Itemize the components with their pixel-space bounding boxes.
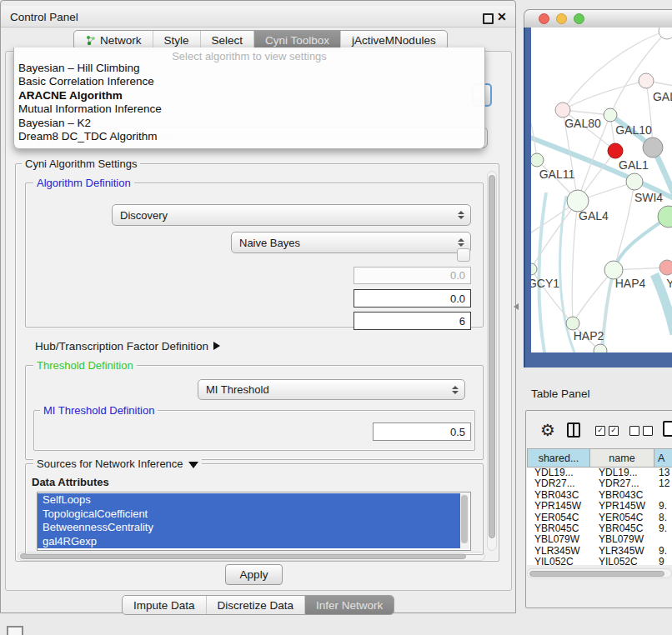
- table-row[interactable]: YLR345WYLR345W9.: [527, 546, 672, 557]
- network-node[interactable]: [643, 138, 663, 158]
- table-row[interactable]: YIL052CYIL052C9: [527, 557, 672, 565]
- mi-algorithm-type-combo[interactable]: Naive Bayes: [231, 232, 471, 253]
- network-node-gal[interactable]: [639, 73, 654, 88]
- dropdown-item[interactable]: Bayesian – Hill Climbing: [17, 62, 482, 75]
- scrollbar-thumb[interactable]: [529, 571, 664, 577]
- table-cell: [654, 534, 659, 545]
- deselect-all-checkboxes-icon[interactable]: [629, 426, 653, 436]
- restore-icon[interactable]: [483, 13, 494, 24]
- column-header-shared-name[interactable]: shared...: [527, 448, 590, 468]
- table-row[interactable]: YDR27...YDR27...12: [527, 478, 672, 489]
- network-node-hap2[interactable]: [566, 317, 579, 330]
- which-threshold-combo[interactable]: MI Threshold: [198, 379, 465, 400]
- tab-discretize-data[interactable]: Discretize Data: [206, 596, 305, 614]
- dropdown-item[interactable]: Dream8 DC_TDC Algorithm: [17, 130, 482, 143]
- settings-vertical-scrollbar[interactable]: [487, 171, 497, 551]
- attribute-list-item[interactable]: TopologicalCoefficient: [38, 508, 461, 522]
- dropdown-item[interactable]: Bayesian – K2: [17, 117, 482, 130]
- attributes-scrollbar[interactable]: [460, 493, 469, 549]
- network-node-gal11[interactable]: [531, 153, 544, 167]
- split-columns-icon[interactable]: [567, 422, 580, 438]
- node-label: GAL80: [564, 117, 601, 130]
- algorithm-dropdown-list: Bayesian – Hill ClimbingBasic Correlatio…: [17, 62, 482, 143]
- aracne-mode-combo[interactable]: Discovery: [112, 204, 471, 226]
- network-edge[interactable]: [563, 31, 667, 110]
- table-cell: YBR043C: [527, 490, 590, 501]
- sources-title-label: Sources for Network Inference: [37, 458, 183, 470]
- column-header-name[interactable]: name: [590, 448, 654, 468]
- tab-cyni-toolbox[interactable]: Cyni Toolbox: [253, 31, 340, 49]
- document-icon[interactable]: [663, 421, 672, 437]
- collapsed-panel-icon[interactable]: [7, 626, 23, 635]
- gear-icon[interactable]: ⚙: [540, 420, 555, 440]
- scrollbar-thumb[interactable]: [489, 175, 495, 538]
- sources-group-title[interactable]: Sources for Network Inference: [33, 458, 202, 470]
- network-node[interactable]: [608, 143, 623, 158]
- network-edge[interactable]: [531, 111, 537, 160]
- mi-threshold-field[interactable]: 0.5: [373, 422, 471, 441]
- network-view-canvas[interactable]: GALGAL80GAL10GAL1GAL11SWI4GAL4GCY1HAP4YH…: [531, 28, 672, 352]
- scrollbar-thumb[interactable]: [461, 495, 468, 543]
- attribute-list-item[interactable]: gal4RGexp: [38, 535, 461, 549]
- close-traffic-light[interactable]: [539, 13, 549, 24]
- table-cell: YER054C: [527, 512, 590, 523]
- tab-network[interactable]: Network: [74, 31, 153, 49]
- dpi-tolerance-field[interactable]: 0.0: [354, 289, 471, 308]
- select-all-checkboxes-icon[interactable]: ✓✓: [595, 426, 619, 436]
- hub-definition-expander[interactable]: Hub/Transcription Factor Definition: [35, 340, 220, 352]
- network-node-gal10[interactable]: [604, 108, 617, 122]
- dropdown-item[interactable]: Basic Correlation Inference: [17, 75, 482, 88]
- minimize-traffic-light[interactable]: [556, 13, 567, 24]
- network-node-gcy1[interactable]: [531, 263, 537, 275]
- apply-button[interactable]: Apply: [225, 564, 283, 585]
- table-row[interactable]: YBL079WYBL079W: [527, 534, 672, 545]
- expand-right-icon: [213, 342, 220, 350]
- table-cell: YBL079W: [527, 534, 590, 545]
- attribute-list-item[interactable]: BetweennessCentrality: [38, 521, 461, 535]
- close-icon[interactable]: ✕: [497, 10, 507, 23]
- attribute-list-item[interactable]: SelfLoops: [38, 493, 461, 508]
- table-horizontal-scrollbar[interactable]: [527, 568, 672, 578]
- table-cell: YLR345W: [590, 546, 654, 557]
- collapse-down-icon: [188, 462, 198, 468]
- network-edge[interactable]: [563, 81, 646, 110]
- network-edge[interactable]: [572, 201, 578, 323]
- network-edge[interactable]: [539, 192, 546, 352]
- panel-splitter-handle[interactable]: [514, 303, 519, 310]
- mi-steps-field[interactable]: 6: [354, 312, 471, 330]
- table-row[interactable]: YER054CYER054C8.: [527, 512, 672, 523]
- tab-style[interactable]: Style: [153, 31, 200, 49]
- tab-impute-data[interactable]: Impute Data: [123, 596, 206, 614]
- network-node-gal1[interactable]: [626, 173, 643, 190]
- network-node-y[interactable]: [659, 260, 672, 275]
- data-attributes-label: Data Attributes: [32, 476, 109, 488]
- network-node-gal80[interactable]: [555, 102, 570, 118]
- kernel-width-field[interactable]: 0.0: [354, 267, 471, 284]
- network-node[interactable]: [594, 344, 607, 352]
- column-header-third[interactable]: A: [654, 448, 672, 468]
- checked-box-icon: ✓: [609, 426, 619, 436]
- table-row[interactable]: YBR043CYBR043C: [527, 490, 672, 501]
- network-edge[interactable]: [614, 217, 669, 270]
- zoom-traffic-light[interactable]: [574, 13, 584, 24]
- threshold-definition-title: Threshold Definition: [33, 359, 137, 372]
- table-row[interactable]: YDL19...YDL19...13: [527, 468, 672, 478]
- network-edge[interactable]: [614, 182, 634, 270]
- dropdown-item[interactable]: ARACNE Algorithm: [17, 89, 482, 102]
- tab-label: Select: [212, 34, 243, 47]
- tab-infer-network[interactable]: Infer Network: [304, 596, 394, 614]
- window-title: Control Panel: [10, 11, 78, 23]
- table-cell: 9: [654, 557, 664, 565]
- table-panel-title: Table Panel: [531, 388, 590, 400]
- dropdown-item[interactable]: Mutual Information Inference: [17, 102, 482, 116]
- tab-select[interactable]: Select: [200, 31, 254, 49]
- table-cell: 9.: [654, 523, 667, 534]
- table-cell: YLR345W: [527, 546, 590, 557]
- table-cell: YBR045C: [590, 523, 654, 534]
- table-cell: YIL052C: [527, 557, 590, 565]
- table-row[interactable]: YPR145WYPR145W9.: [527, 501, 672, 512]
- tab-jactivemnodules[interactable]: jActiveMNodules: [340, 31, 447, 49]
- table-row[interactable]: YBR045CYBR045C9.: [527, 523, 672, 534]
- manual-kernel-checkbox[interactable]: [457, 248, 470, 262]
- combo-value: MI Threshold: [206, 383, 451, 396]
